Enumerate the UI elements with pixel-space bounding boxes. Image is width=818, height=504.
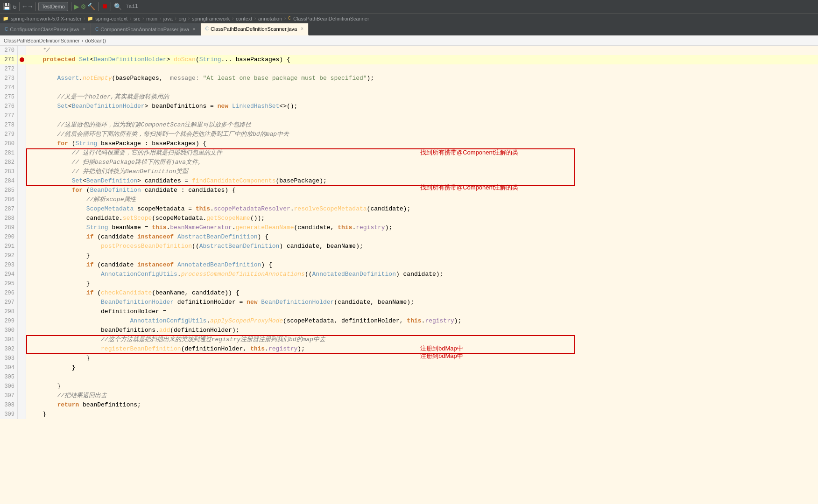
gutter-307 [18,391,26,400]
gutter-283 [18,167,26,176]
breadcrumb-main[interactable]: main [146,16,157,21]
tab-bar: C ConfigurationClassParser.java × C Comp… [0,23,818,35]
tab-configclassparser[interactable]: C ConfigurationClassParser.java × [0,23,91,35]
method-name[interactable]: doScan() [85,38,106,43]
line-278: 278 //这里做包的循环，因为我们@ComponetScan注解里可以放多个包… [0,120,818,130]
line-content-294: AnnotationConfigUtils.processCommonDefin… [26,270,818,279]
gutter-285 [18,186,26,195]
line-content-305 [26,372,818,382]
line-293: 293 if (candidate instanceof AnnotatedBe… [0,260,818,270]
line-281: 281 // 这行代码很重要，它的作用就是扫描我们包里的文件 [0,148,818,158]
line-num-270: 270 [0,46,18,55]
line-num-287: 287 [0,204,18,214]
line-279: 279 //然后会循环包下面的所有类，每扫描到一个就会把他注册到工厂中的放bd的… [0,130,818,139]
line-272: 272 [0,64,818,74]
breadcrumb: 📁 spring-framework-5.0.X-master › 📁 spri… [0,13,818,23]
box1-annotation-float: 找到所有携带@Component注解的类 [420,183,518,192]
tab-componentscan[interactable]: C ComponentScanAnnotationParser.java × [91,23,201,35]
tab-icon-3: C [205,26,209,31]
gutter-300 [18,326,26,335]
line-num-289: 289 [0,223,18,232]
tab-close-3[interactable]: × [301,26,303,31]
line-content-273: Assert.notEmpty(basePackages, message: "… [26,74,818,83]
line-content-289: String beanName = this.beanNameGenerator… [26,223,818,232]
gutter-289 [18,223,26,232]
line-286: 286 //解析scope属性 [0,195,818,204]
gutter-280 [18,139,26,148]
breakpoint-271[interactable] [20,57,24,62]
line-content-287: ScopeMetadata scopeMetadata = this.scope… [26,204,818,214]
line-num-296: 296 [0,288,18,298]
gutter-294 [18,270,26,279]
project-selector[interactable]: TestDemo [38,2,68,11]
line-num-284: 284 [0,176,18,186]
line-content-307: //把结果返回出去 [26,391,818,400]
breadcrumb-class[interactable]: ClassPathBeanDefinitionScanner [293,16,369,21]
line-content-272 [26,64,818,74]
build-icon[interactable]: 🔨 [87,3,95,11]
line-content-286: //解析scope属性 [26,195,818,204]
tab-classpathscanner[interactable]: C ClassPathBeanDefinitionScanner.java × [201,23,309,35]
reload-icon[interactable]: ↻ [13,3,16,11]
tail-label: Tail [126,4,138,9]
gutter-308 [18,400,26,410]
code-lines: 270 */ 271 protected Set<BeanDefinitionH… [0,46,818,504]
line-num-288: 288 [0,214,18,223]
back-icon[interactable]: ← [22,3,26,10]
gutter-281 [18,148,26,158]
breadcrumb-annotation[interactable]: annotation [258,16,282,21]
box1-annotation: 找到所有携带@Component注解的类 [420,148,518,157]
debug-icon[interactable]: ⚙ [81,2,86,11]
line-content-283: // 并把他们转换为BeanDefinition类型 [26,167,818,176]
line-274: 274 [0,83,818,92]
line-300: 300 beanDefinitions.add(definitionHolder… [0,326,818,335]
line-num-306: 306 [0,382,18,391]
breadcrumb-java[interactable]: java [163,16,173,21]
line-num-297: 297 [0,298,18,307]
stop-icon[interactable]: ⏹ [101,3,108,10]
line-294: 294 AnnotationConfigUtils.processCommonD… [0,270,818,279]
line-299: 299 AnnotationConfigUtils.applyScopedPro… [0,316,818,326]
save-icon[interactable]: 💾 [3,3,11,11]
gutter-271 [18,55,26,64]
breadcrumb-class-icon: C [288,16,291,21]
line-num-294: 294 [0,270,18,279]
breadcrumb-context[interactable]: context [236,16,252,21]
line-276: 276 Set<BeanDefinitionHolder> beanDefini… [0,102,818,111]
gutter-295 [18,279,26,288]
tab-label-3: ClassPathBeanDefinitionScanner.java [211,26,297,32]
line-280: 280 for (String basePackage : basePackag… [0,139,818,148]
gutter-288 [18,214,26,223]
gutter-304 [18,363,26,372]
line-num-282: 282 [0,158,18,167]
forward-icon[interactable]: → [28,3,32,10]
line-content-295: } [26,279,818,288]
line-301: 301 //这个方法就是把扫描出来的类放到通过registry注册器注册到我们b… [0,335,818,344]
breadcrumb-org[interactable]: org [178,16,186,21]
tab-close-1[interactable]: × [83,27,85,32]
gutter-293 [18,260,26,270]
gutter-284 [18,176,26,186]
breadcrumb-src[interactable]: src [134,16,141,21]
breadcrumb-folder2-icon: 📁 [87,16,93,21]
line-275: 275 //又是一个holder,其实就是做转换用的 [0,92,818,102]
breadcrumb-springframework[interactable]: springframework [192,16,230,21]
search-icon[interactable]: 🔍 [114,3,122,11]
line-num-291: 291 [0,242,18,251]
line-content-274 [26,83,818,92]
gutter-290 [18,232,26,242]
line-288: 288 candidate.setScope(scopeMetadata.get… [0,214,818,223]
line-298: 298 definitionHolder = [0,307,818,316]
line-296: 296 if (checkCandidate(beanName, candida… [0,288,818,298]
line-num-290: 290 [0,232,18,242]
breadcrumb-springcontext[interactable]: spring-context [95,16,127,21]
tab-close-2[interactable]: × [193,27,196,32]
method-class[interactable]: ClassPathBeanDefinitionScanner [4,38,80,43]
line-num-279: 279 [0,130,18,139]
line-282: 282 // 扫描basePackage路径下的所有java文件, [0,158,818,167]
gutter-279 [18,130,26,139]
gutter-296 [18,288,26,298]
run-button[interactable]: ▶ [74,1,79,12]
breadcrumb-root[interactable]: spring-framework-5.0.X-master [11,16,82,21]
gutter-286 [18,195,26,204]
